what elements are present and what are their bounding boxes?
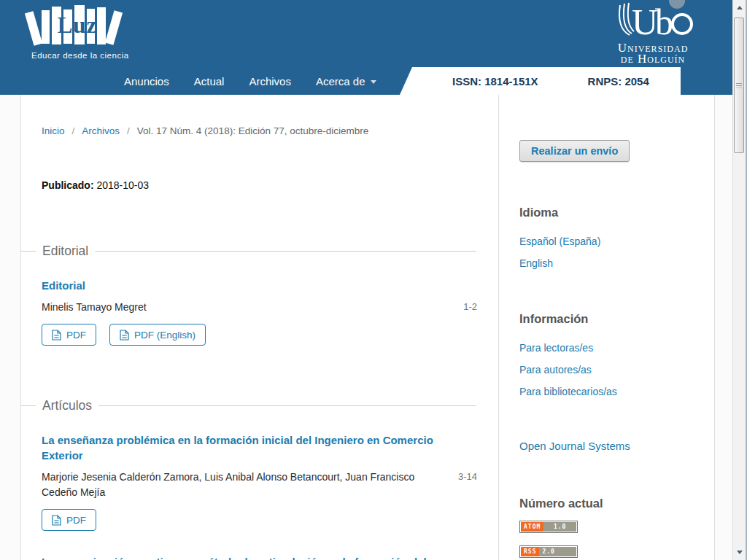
issn-label: ISSN: 1814-151X — [452, 75, 538, 88]
article-title-link[interactable]: La comunicación asertiva: un método de e… — [42, 554, 476, 560]
pdf-english-button[interactable]: PDF (English) — [109, 324, 206, 346]
uho-mark-icon: U b — [610, 1, 696, 39]
nav-actual[interactable]: Actual — [194, 75, 225, 88]
university-name-line2: de Holguín — [605, 53, 700, 64]
article-title-link[interactable]: Editorial — [42, 278, 476, 293]
main-content: Inicio/Archivos/Vol. 17 Núm. 4 (2018): E… — [21, 95, 499, 560]
open-journal-systems-link[interactable]: Open Journal Systems — [519, 440, 716, 452]
section-title-articulos: Artículos — [21, 398, 476, 413]
breadcrumb-inicio[interactable]: Inicio — [42, 125, 65, 136]
published-value: 2018-10-03 — [96, 179, 149, 191]
language-option-english[interactable]: English — [519, 257, 716, 271]
journal-title: Luz — [47, 12, 108, 39]
scroll-up-arrow[interactable] — [733, 1, 746, 14]
section-title-label: Editorial — [42, 244, 88, 259]
article-pages: 3-14 — [458, 470, 477, 500]
pdf-english-button-label: PDF (English) — [134, 330, 196, 341]
article-item: Editorial Minelis Tamayo Megret 1-2 PDF … — [42, 278, 476, 346]
atom-feed-type: ATOM — [521, 522, 543, 532]
section-title-label: Artículos — [42, 398, 92, 413]
breadcrumb-archivos[interactable]: Archivos — [82, 125, 120, 136]
information-heading: Información — [519, 312, 716, 326]
article-authors: Minelis Tamayo Megret — [42, 300, 147, 315]
page-card: Inicio/Archivos/Vol. 17 Núm. 4 (2018): E… — [20, 95, 715, 560]
atom-feed-badge[interactable]: ATOM 1.0 — [519, 521, 578, 533]
rss-feed-version: 2.0 — [539, 547, 576, 556]
pdf-button-label: PDF — [66, 330, 86, 341]
article-pages: 1-2 — [463, 300, 477, 315]
article-title-link[interactable]: La enseñanza problémica en la formación … — [42, 432, 476, 463]
journal-tagline: Educar desde la ciencia — [31, 51, 133, 60]
info-link-autores[interactable]: Para autores/as — [519, 363, 716, 377]
pdf-button[interactable]: PDF — [42, 324, 96, 346]
rnps-label: RNPS: 2054 — [588, 75, 649, 88]
breadcrumb-separator: / — [72, 125, 75, 136]
current-issue-heading: Número actual — [519, 497, 716, 510]
section-title-editorial: Editorial — [21, 244, 476, 259]
document-icon — [52, 330, 61, 341]
published-label: Publicado: — [42, 179, 94, 191]
svg-text:b: b — [655, 1, 673, 39]
svg-text:U: U — [632, 1, 658, 39]
chevron-down-icon — [371, 80, 376, 84]
primary-nav: Anuncios Actual Archivos Acerca de — [124, 67, 376, 95]
info-link-bibliotecarios[interactable]: Para bibliotecarios/as — [519, 385, 716, 399]
journal-logo[interactable]: Luz Educar desde la ciencia — [29, 4, 131, 63]
galley-buttons: PDF — [42, 509, 476, 531]
document-icon — [120, 330, 129, 341]
books-icon: Luz — [29, 4, 125, 47]
galley-buttons: PDF PDF (English) — [42, 324, 476, 346]
document-icon — [52, 515, 61, 526]
make-submission-button[interactable]: Realizar un envío — [519, 140, 630, 162]
scroll-down-arrow[interactable] — [733, 546, 746, 559]
language-option-espanol[interactable]: Español (España) — [519, 235, 716, 249]
atom-feed-version: 1.0 — [543, 522, 576, 532]
vertical-scrollbar[interactable] — [732, 0, 746, 560]
sidebar: Realizar un envío Idioma Español (España… — [500, 95, 716, 560]
scrollbar-grip-icon — [736, 83, 742, 88]
article-authors: Marjorie Jesenia Calderón Zamora, Luis A… — [42, 470, 421, 500]
scrollbar-thumb[interactable] — [734, 18, 744, 153]
nav-anuncios[interactable]: Anuncios — [124, 75, 169, 88]
published-date-row: Publicado: 2018-10-03 — [42, 179, 476, 191]
info-link-lectoras[interactable]: Para lectoras/es — [519, 341, 716, 355]
pdf-button[interactable]: PDF — [42, 509, 96, 531]
nav-acerca-de-dropdown[interactable]: Acerca de — [316, 75, 376, 88]
site-header: Luz Educar desde la ciencia U b Universi… — [0, 0, 732, 95]
breadcrumb: Inicio/Archivos/Vol. 17 Núm. 4 (2018): E… — [42, 125, 476, 136]
language-heading: Idioma — [519, 206, 716, 219]
rss-feed-badge[interactable]: RSS 2.0 — [519, 545, 578, 558]
breadcrumb-separator: / — [127, 125, 130, 136]
pdf-button-label: PDF — [66, 515, 86, 526]
nav-archivos[interactable]: Archivos — [249, 75, 291, 88]
issn-banner: ISSN: 1814-151X RNPS: 2054 — [400, 67, 681, 95]
article-item: La comunicación asertiva: un método de e… — [42, 554, 476, 560]
university-logo: U b Universidad de Holguín — [605, 1, 700, 64]
nav-acerca-de-label: Acerca de — [316, 75, 365, 88]
rss-feed-type: RSS — [521, 547, 539, 556]
article-item: La enseñanza problémica en la formación … — [42, 432, 476, 531]
breadcrumb-current: Vol. 17 Núm. 4 (2018): Edición 77, octub… — [137, 125, 368, 136]
